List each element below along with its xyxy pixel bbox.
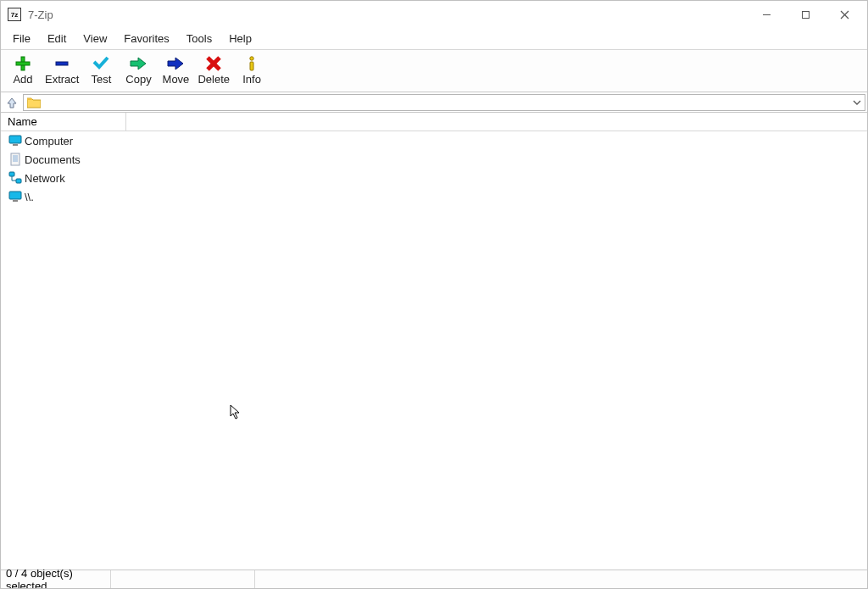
list-item[interactable]: Computer [1, 131, 867, 150]
menu-view[interactable]: View [75, 29, 115, 48]
info-label: Info [242, 73, 261, 86]
folder-icon [27, 97, 41, 108]
path-combobox[interactable] [23, 94, 865, 111]
delete-label: Delete [198, 73, 230, 86]
menu-tools[interactable]: Tools [178, 29, 220, 48]
check-icon [92, 56, 109, 71]
status-cell-2 [111, 570, 255, 588]
maximize-button[interactable] [786, 2, 825, 27]
menu-file[interactable]: File [4, 29, 39, 48]
svg-rect-23 [9, 172, 14, 176]
close-button[interactable] [825, 2, 864, 27]
item-label: \\. [25, 191, 34, 203]
up-arrow-icon [6, 97, 18, 108]
svg-rect-28 [13, 200, 18, 202]
add-button[interactable]: Add [4, 52, 42, 91]
svg-marker-29 [231, 405, 239, 419]
svg-rect-27 [9, 192, 21, 199]
svg-rect-15 [27, 98, 32, 100]
computer-icon [8, 134, 23, 147]
window-title: 7-Zip [28, 8, 53, 21]
item-label: Network [25, 172, 65, 185]
extract-label: Extract [45, 73, 79, 86]
list-item[interactable]: Documents [1, 150, 867, 169]
arrow-right-outline-icon [130, 56, 147, 71]
svg-marker-13 [8, 98, 16, 108]
svg-rect-24 [16, 179, 21, 183]
list-header: Name [1, 113, 867, 131]
up-button[interactable] [3, 94, 21, 111]
title-bar: 7z 7-Zip [1, 1, 867, 28]
path-input[interactable] [44, 95, 849, 110]
test-label: Test [92, 73, 112, 86]
menu-edit[interactable]: Edit [39, 29, 75, 48]
menu-favorites[interactable]: Favorites [115, 29, 177, 48]
svg-marker-8 [168, 58, 183, 69]
add-label: Add [13, 73, 32, 86]
svg-point-11 [250, 57, 253, 60]
svg-rect-1 [802, 11, 809, 18]
network-icon [8, 171, 23, 185]
toolbar: Add Extract Test Copy Move Delete Info [1, 50, 867, 92]
address-bar [1, 92, 867, 113]
menu-bar: File Edit View Favorites Tools Help [1, 28, 867, 50]
move-button[interactable]: Move [157, 52, 194, 91]
minimize-button[interactable] [747, 2, 786, 27]
file-list[interactable]: Computer Documents Network \\. [1, 131, 867, 570]
list-item[interactable]: Network [1, 169, 867, 187]
status-bar: 0 / 4 object(s) selected [1, 570, 867, 588]
document-icon [8, 153, 23, 166]
list-item[interactable]: \\. [1, 187, 867, 206]
svg-marker-7 [131, 58, 146, 69]
item-label: Documents [25, 153, 81, 166]
extract-button[interactable]: Extract [42, 52, 82, 91]
delete-button[interactable]: Delete [194, 52, 233, 91]
plus-icon [15, 56, 31, 71]
move-label: Move [163, 73, 190, 86]
app-icon: 7z [8, 8, 21, 21]
x-icon [206, 56, 221, 71]
item-label: Computer [25, 135, 73, 147]
copy-label: Copy [125, 73, 151, 86]
svg-rect-12 [250, 62, 253, 70]
svg-rect-5 [16, 62, 30, 65]
copy-button[interactable]: Copy [120, 52, 157, 91]
path-dropdown-button[interactable] [849, 95, 865, 110]
svg-rect-6 [56, 62, 68, 65]
svg-rect-16 [9, 136, 21, 143]
cursor-icon [230, 404, 242, 420]
test-button[interactable]: Test [82, 52, 120, 91]
svg-rect-17 [13, 144, 18, 146]
status-selection: 0 / 4 object(s) selected [1, 570, 111, 588]
info-icon [247, 56, 257, 71]
menu-help[interactable]: Help [220, 29, 260, 48]
info-button[interactable]: Info [233, 52, 270, 91]
arrow-right-icon [167, 56, 184, 71]
column-name[interactable]: Name [1, 113, 126, 131]
computer-icon [8, 190, 23, 203]
chevron-down-icon [853, 98, 861, 107]
minus-icon [54, 56, 70, 71]
